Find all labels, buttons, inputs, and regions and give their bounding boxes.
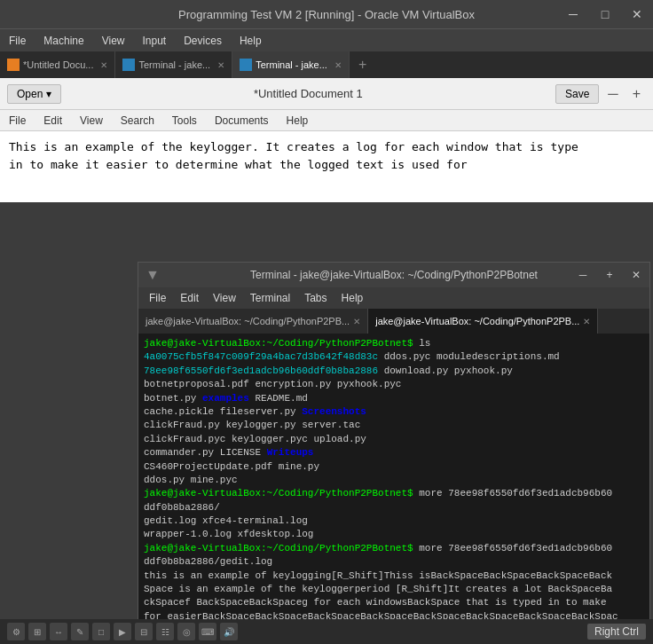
terminal-line-13: gedit.log xfce4-terminal.log	[144, 514, 644, 528]
doc-menu-edit[interactable]: Edit	[35, 112, 71, 130]
terminal-minimize-button[interactable]: ─	[570, 263, 596, 287]
status-icon-8: ☷	[156, 623, 174, 640]
status-icon-6: ▶	[114, 623, 131, 640]
tab-terminal-2[interactable]: Terminal - jake... ✕	[232, 51, 350, 78]
tab-icon-terminal1	[122, 59, 135, 71]
terminal-tab-2-close[interactable]: ✕	[583, 317, 590, 326]
doc-menu-search[interactable]: Search	[112, 112, 163, 130]
terminal-line-10: ddos.py mine.pyc	[144, 474, 644, 487]
save-button[interactable]: Save	[555, 84, 599, 104]
menu-view[interactable]: View	[93, 31, 134, 51]
doc-menu-file[interactable]: File	[0, 112, 35, 130]
terminal-title: Terminal - jake@jake-VirtualBox: ~/Codin…	[250, 269, 538, 281]
text-line-2: in to make it easier to determine what t…	[9, 156, 644, 174]
terminal-tab-1-close[interactable]: ✕	[353, 317, 360, 326]
text-line-1: This is an example of the keylogger. It …	[9, 138, 644, 156]
menu-input[interactable]: Input	[134, 31, 176, 51]
terminal-menu-view[interactable]: View	[206, 290, 243, 306]
status-icon-7: ⊟	[135, 623, 153, 640]
terminal-tab-1[interactable]: jake@jake-VirtualBox: ~/Coding/PythonP2P…	[138, 309, 368, 334]
terminal-menu-help[interactable]: Help	[334, 290, 371, 306]
menu-help[interactable]: Help	[231, 31, 271, 51]
terminal-line-11: jake@jake-VirtualBox:~/Coding/PythonP2PB…	[144, 487, 644, 500]
terminal-line-8: commander.py LICENSE Writeups	[144, 446, 644, 459]
window-title: Programming Test VM 2 [Running] - Oracle…	[178, 8, 475, 21]
window-maximize-icon[interactable]: +	[627, 86, 646, 102]
terminal-line-4: botnet.py examples README.md	[144, 392, 644, 405]
tab-close-terminal2[interactable]: ✕	[334, 60, 342, 70]
tab-label-terminal1: Terminal - jake...	[138, 59, 210, 70]
terminal-line-7: clickFraud.pyc keylogger.pyc upload.py	[144, 433, 644, 446]
tab-untitled-doc[interactable]: *Untitled Docu... ✕	[0, 51, 115, 78]
terminal-line-5: cache.pickle fileserver.py Screenshots	[144, 405, 644, 419]
tab-bar: *Untitled Docu... ✕ Terminal - jake... ✕…	[0, 51, 653, 78]
terminal-line-19: ckSpacef BackSpaceBackSpaceg for each wi…	[144, 596, 644, 609]
tab-close-terminal1[interactable]: ✕	[217, 60, 224, 70]
open-label: Open	[17, 88, 43, 100]
tab-terminal-1[interactable]: Terminal - jake... ✕	[115, 51, 232, 78]
terminal-line-12: ddf0b8ba2886/	[144, 501, 644, 514]
minimize-button[interactable]: ─	[557, 0, 589, 28]
terminal-title-controls: ─ + ✕	[570, 263, 649, 287]
terminal-menu-terminal[interactable]: Terminal	[243, 290, 297, 306]
status-icon-9: ◎	[177, 623, 195, 640]
title-bar-controls: ─ □ ✕	[557, 0, 653, 28]
document-text-area: This is an example of the keylogger. It …	[0, 131, 653, 202]
status-icon-10: ⌨	[199, 623, 216, 640]
terminal-line-15: jake@jake-VirtualBox:~/Coding/PythonP2PB…	[144, 542, 644, 555]
status-icons: ⚙ ⊞ ↔ ✎ □ ▶ ⊟ ☷ ◎ ⌨ 🔊	[7, 623, 238, 640]
terminal-tab-2[interactable]: jake@jake-VirtualBox: ~/Coding/PythonP2P…	[368, 309, 598, 334]
terminal-line-16: ddf0b8ba2886/gedit.log	[144, 555, 644, 569]
terminal-line-6: clickFraud.py keylogger.py server.tac	[144, 419, 644, 432]
status-icon-1: ⚙	[7, 623, 25, 640]
terminal-line-0: jake@jake-VirtualBox:~/Coding/PythonP2PB…	[144, 337, 644, 350]
document-menu: File Edit View Search Tools Documents He…	[0, 110, 653, 131]
tab-add-button[interactable]: +	[350, 57, 375, 73]
terminal-menu-bar: File Edit View Terminal Tabs Help	[138, 287, 649, 309]
terminal-tab-2-label: jake@jake-VirtualBox: ~/Coding/PythonP2P…	[375, 316, 579, 326]
status-bar: ⚙ ⊞ ↔ ✎ □ ▶ ⊟ ☷ ◎ ⌨ 🔊 Right Ctrl	[0, 619, 653, 644]
terminal-maximize-button[interactable]: +	[596, 263, 623, 287]
terminal-tab-1-label: jake@jake-VirtualBox: ~/Coding/PythonP2P…	[146, 316, 350, 326]
menu-file[interactable]: File	[0, 31, 35, 51]
terminal-line-3: botnetproposal.pdf encryption.py pyxhook…	[144, 378, 644, 391]
status-icon-5: □	[92, 623, 110, 640]
terminal-line-18: Space is an example of the keyloggerperi…	[144, 583, 644, 596]
doc-menu-help[interactable]: Help	[278, 112, 318, 130]
tab-close-doc[interactable]: ✕	[100, 60, 107, 70]
terminal-line-1: 4a0075cfb5f847c009f29a4bac7d3b642f48d83c…	[144, 350, 644, 364]
maximize-button[interactable]: □	[589, 0, 621, 28]
doc-menu-view[interactable]: View	[71, 112, 112, 130]
terminal-close-button[interactable]: ✕	[623, 263, 649, 287]
terminal-line-2: 78ee98f6550fd6f3ed1adcb96b60ddf0b8ba2886…	[144, 365, 644, 378]
status-icon-2: ⊞	[28, 623, 46, 640]
tab-label-terminal2: Terminal - jake...	[256, 59, 327, 70]
main-menu-bar: File Machine View Input Devices Help	[0, 28, 653, 51]
doc-menu-documents[interactable]: Documents	[206, 112, 278, 130]
terminal-menu-tabs[interactable]: Tabs	[297, 290, 334, 306]
tab-label-doc: *Untitled Docu...	[23, 59, 93, 70]
doc-menu-tools[interactable]: Tools	[163, 112, 206, 130]
terminal-menu-edit[interactable]: Edit	[173, 290, 206, 306]
toolbar: Open ▾ *Untitled Document 1 Save ─ +	[0, 78, 653, 110]
open-button[interactable]: Open ▾	[7, 84, 61, 104]
tab-icon-terminal2	[240, 59, 252, 71]
document-filename: *Untitled Document 1	[65, 87, 552, 100]
terminal-menu-file[interactable]: File	[142, 290, 173, 306]
terminal-arrow-icon: ▼	[146, 267, 160, 283]
terminal-window: ▼ Terminal - jake@jake-VirtualBox: ~/Cod…	[138, 262, 650, 644]
terminal-title-bar: ▼ Terminal - jake@jake-VirtualBox: ~/Cod…	[138, 263, 649, 287]
terminal-line-17: this is an example of keylogging[R_Shift…	[144, 569, 644, 583]
menu-machine[interactable]: Machine	[35, 31, 92, 51]
terminal-line-14: wrapper-1.0.log xfdesktop.log	[144, 528, 644, 541]
terminal-tab-bar: jake@jake-VirtualBox: ~/Coding/PythonP2P…	[138, 309, 649, 334]
right-ctrl-label: Right Ctrl	[587, 624, 646, 640]
close-button[interactable]: ✕	[621, 0, 653, 28]
status-icon-4: ✎	[71, 623, 89, 640]
tab-icon-doc	[7, 59, 20, 71]
terminal-line-9: CS460ProjectUpdate.pdf mine.py	[144, 460, 644, 474]
window-minimize-icon[interactable]: ─	[602, 86, 623, 102]
menu-devices[interactable]: Devices	[175, 31, 231, 51]
title-bar: Programming Test VM 2 [Running] - Oracle…	[0, 0, 653, 28]
status-icon-11: 🔊	[220, 623, 238, 640]
